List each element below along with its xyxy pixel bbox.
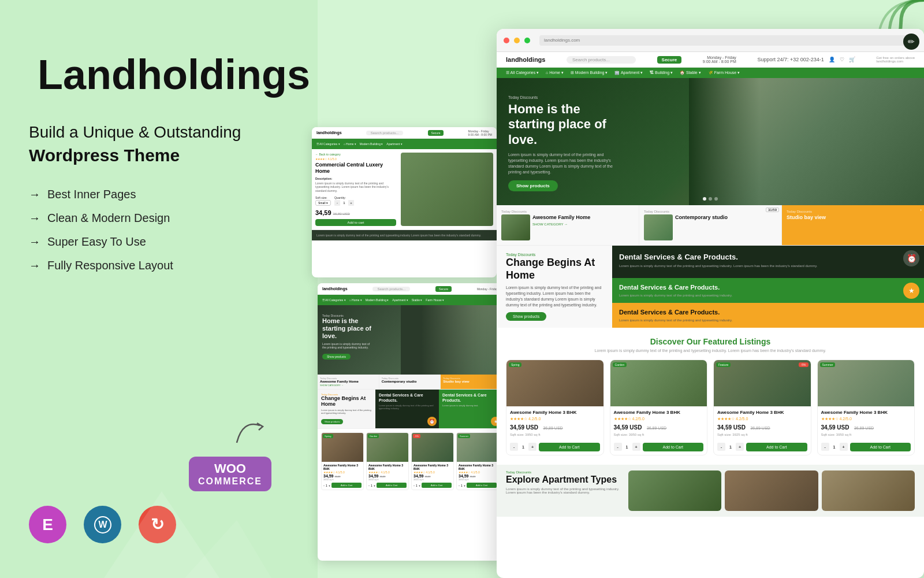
mini-change-title: Change Begins At Home (321, 396, 372, 407)
qty-control-4: - 1 + (821, 443, 848, 451)
listing-badge-spring: Spring (509, 362, 521, 367)
prop-today-2: Today Discounts (644, 210, 777, 213)
heart-icon[interactable]: ♡ (840, 57, 844, 62)
mini-hero-btn[interactable]: Show products (322, 354, 351, 360)
site-search-bar[interactable]: Search products... (567, 56, 636, 64)
feature-label-1: Best Inner Pages (47, 188, 136, 201)
dental-desc-dark: Lorem ipsum is simply dummy text of the … (619, 264, 917, 268)
qty-plus-small[interactable]: + (348, 200, 354, 206)
mini-size-qty: Soft size: Small ▾ Quantity: - 1 + (315, 196, 396, 206)
prop-card-inner-2: Contemporary studio (644, 214, 777, 240)
mini-list-name-1: Awesome Family Home 3 BHK (323, 464, 362, 470)
qty-control-2: - 1 + (614, 443, 640, 451)
listing-old-price-4: 36,89 USD (854, 426, 874, 430)
mini-nav: ☰ All Categories ▾ ⌂ Home ▾ Modern Build… (312, 139, 497, 149)
hero-today-label: Today Discounts (508, 95, 624, 99)
qty-plus-2[interactable]: + (632, 443, 640, 451)
mini-cart-btn-3[interactable]: Add to Cart (422, 483, 452, 488)
mini-listing-4: Summer Awesome Family Home 3 BHK ★★★★☆ 4… (456, 432, 499, 490)
mini-card-title-1: Awesome Family Home (320, 380, 377, 384)
qty-minus-2[interactable]: - (614, 443, 622, 451)
mini-dental-title-2: Dental Services & Care Products. (442, 393, 499, 403)
brand-title: Landholdings (38, 52, 310, 98)
mini-desc-section: Lorem ipsum is simply dummy text of the … (312, 229, 497, 240)
tagline-line2: Wordpress Theme (29, 143, 289, 168)
mini-cart-btn-2[interactable]: Add to Cart (377, 483, 407, 488)
mini-show-btn[interactable]: Show products (321, 419, 343, 424)
add-cart-btn-1[interactable]: Add to Cart (539, 443, 600, 451)
qty-minus-small[interactable]: - (334, 200, 340, 206)
mini-nav-home-2: ⌂ Home ▾ (349, 298, 362, 302)
mini-hero-image (401, 305, 502, 375)
mini-stars: ★★★★☆ 4.1/5.0 (315, 157, 396, 161)
add-cart-btn-2[interactable]: Add to Cart (643, 443, 704, 451)
qty-value-2: 1 (623, 444, 631, 450)
mini-nav-all: ☰ All Categories ▾ (316, 142, 340, 146)
mini-search-2: Search products... (372, 287, 410, 291)
qty-minus-1[interactable]: - (510, 443, 518, 451)
mini-add-cart[interactable]: Add to cart (315, 219, 396, 226)
mini-list-name-4: Awesome Family Home 3 BHK (459, 464, 497, 470)
mini-nav-building: Modern Building ▾ (360, 142, 383, 146)
secure-button[interactable]: Secure (657, 56, 682, 64)
dental-card-orange: Dental Services & Care Products. Lorem i… (612, 303, 924, 328)
qty-value-3: 1 (726, 444, 735, 450)
nav-building[interactable]: 🏗 Building ▾ (650, 71, 673, 75)
listing-name-1: Awesome Family Home 3 BHK (510, 410, 600, 416)
mini-cart-btn-1[interactable]: Add to Cart (331, 483, 362, 488)
explore-thumb-3 (822, 470, 915, 511)
nav-farmhouse[interactable]: 🌾 Farm House ▾ (708, 71, 740, 75)
dental-title-dark: Dental Services & Care Products. (619, 253, 917, 262)
listing-price-row-3: 34,59 USD 36,89 USD (717, 421, 807, 432)
cart-icon[interactable]: 🛒 (849, 57, 855, 62)
change-show-btn[interactable]: Show products (506, 312, 546, 321)
nav-apartment[interactable]: 🏢 Apartment ▾ (614, 71, 643, 75)
mini-nav-stable-2: Stable ▾ (412, 298, 423, 302)
mini-card-studio: Today Discounts Contemporary studio (379, 375, 441, 389)
browser-url-bar[interactable]: landholdings.com (539, 35, 917, 46)
mini-card-title-2: Contemporary studio (382, 380, 438, 384)
mini-card-title-3: Studio bay view (443, 380, 500, 384)
hero-title: Home is the starting place of love. (508, 102, 624, 147)
qty-minus-4[interactable]: - (821, 443, 829, 451)
woocommerce-badge: WOO COMMERCE (189, 457, 271, 491)
listing-stars-3: ★★★★☆ 4.2/5.0 (717, 417, 807, 421)
mini-nav-apt: Apartment ▾ (386, 142, 402, 146)
feature-label-3: Super Easy To Use (47, 235, 146, 249)
mini-listing-3: -5% Awesome Family Home 3 BHK ★★★★☆ 4.1/… (411, 432, 454, 490)
qty-plus-4[interactable]: + (840, 443, 848, 451)
add-cart-btn-3[interactable]: Add to Cart (746, 443, 807, 451)
qty-plus-3[interactable]: + (736, 443, 744, 451)
feature-item-3: → Super Easy To Use (29, 235, 289, 249)
qty-minus-3[interactable]: - (717, 443, 725, 451)
mini-nav-2: ☰ All Categories ▾ ⌂ Home ▾ Modern Build… (318, 295, 502, 305)
prop-card-inner-1: Awesome Family Home SHOW CATEGORY → (501, 214, 634, 240)
user-icon[interactable]: 👤 (829, 57, 835, 62)
listing-old-price-1: 36,89 USD (543, 426, 562, 430)
middle-panel-screenshots: landholdings Search products... Secure M… (312, 127, 508, 566)
hero-pagination (703, 197, 718, 201)
listing-actions-1: - 1 + Add to Cart (506, 443, 603, 455)
listing-old-price-2: 36,89 USD (647, 426, 666, 430)
prop-card-family: Today Discounts Awesome Family Home SHOW… (497, 205, 639, 245)
listing-info-3: Awesome Family Home 3 BHK ★★★★☆ 4.2/5.0 … (714, 406, 811, 440)
prop-card-inner-3: Studio bay view (787, 214, 919, 221)
listing-stars-4: ★★★★☆ 4.2/5.0 (821, 417, 911, 421)
arrow-icon-2: → (29, 212, 40, 225)
nav-home[interactable]: ⌂ Home ▾ (546, 71, 564, 75)
mini-hero-text: Today Discounts Home is the starting pla… (322, 314, 380, 360)
mini-cart-btn-4[interactable]: Add to Cart (467, 483, 497, 488)
qty-control-1: - 1 + (510, 443, 536, 451)
listing-name-2: Awesome Family Home 3 BHK (614, 410, 704, 416)
nav-stable[interactable]: 🏠 Stable ▾ (680, 71, 701, 75)
add-cart-btn-4[interactable]: Add to Cart (850, 443, 911, 451)
hero-show-products-btn[interactable]: Show products (508, 180, 558, 191)
mini-nav-building-2: Modern Building ▾ (366, 298, 389, 302)
explore-desc: Lorem ipsum is simply dummy text of the … (506, 487, 621, 494)
listing-card-2: Garden Awesome Family Home 3 BHK ★★★★☆ 4… (610, 360, 708, 455)
qty-plus-1[interactable]: + (528, 443, 536, 451)
nav-modern-building[interactable]: ⊞ Modern Building ▾ (571, 71, 608, 75)
browser-chrome: landholdings.com (497, 29, 924, 52)
nav-all-categories[interactable]: ☰ All Categories ▾ (506, 71, 539, 75)
content-area: Today Discounts Change Begins At Home Lo… (497, 246, 924, 328)
